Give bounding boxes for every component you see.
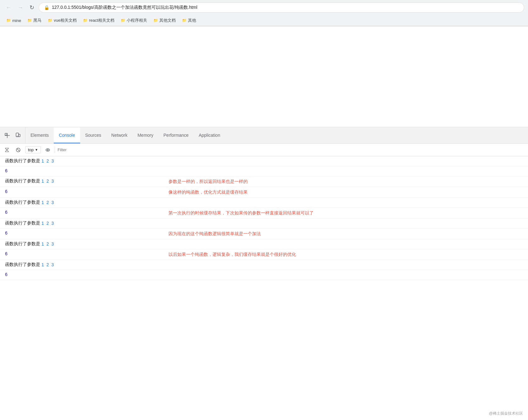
- console-param-number: 2: [47, 179, 49, 184]
- devtools-icons: [0, 127, 25, 143]
- console-number-value: 6: [5, 230, 8, 235]
- console-row-left: 函数执行了参数是 1 2 3: [5, 262, 168, 268]
- svg-point-10: [47, 149, 48, 151]
- console-row-left: 6: [5, 210, 168, 215]
- bookmark-item-其他文档[interactable]: 📁其他文档: [151, 16, 178, 25]
- console-text-segment: 函数执行了参数是: [5, 200, 40, 205]
- device-toolbar-button[interactable]: [13, 131, 23, 140]
- console-param-number: 3: [52, 158, 54, 163]
- console-row: 6因为现在的这个纯函数逻辑很简单就是一个加法: [0, 229, 528, 239]
- watermark: @稀土掘金技术社区: [489, 411, 523, 416]
- console-row: 6以后如果一个纯函数，逻辑复杂，我们缓存结果就是个很好的优化: [0, 249, 528, 260]
- address-bar[interactable]: 🔒 127.0.0.1:5501/blogs/高阶函数之一个加法函数竟然可以玩出…: [39, 3, 524, 13]
- svg-line-8: [17, 148, 20, 151]
- console-row: 6像这样的纯函数，优化方式就是缓存结果: [0, 187, 528, 198]
- folder-icon: 📁: [48, 18, 52, 23]
- forward-button[interactable]: →: [16, 3, 25, 12]
- bookmark-item-vue相关文档[interactable]: 📁vue相关文档: [45, 16, 79, 25]
- folder-icon: 📁: [27, 18, 32, 23]
- tab-console[interactable]: Console: [54, 127, 80, 143]
- console-param-number: 2: [47, 241, 49, 246]
- filter-input[interactable]: [58, 147, 525, 152]
- console-row: 6第一次执行的时候缓存结果，下次如果传的参数一样直接返回结果就可以了: [0, 208, 528, 218]
- console-param-number: 3: [52, 221, 54, 226]
- console-row-right: 第一次执行的时候缓存结果，下次如果传的参数一样直接返回结果就可以了: [168, 210, 523, 216]
- folder-icon: 📁: [83, 18, 88, 23]
- console-param-number: 1: [41, 221, 44, 226]
- console-param-number: 3: [52, 241, 54, 246]
- bookmark-item-小程序相关[interactable]: 📁小程序相关: [118, 16, 150, 25]
- console-row-right: 因为现在的这个纯函数逻辑很简单就是一个加法: [168, 230, 523, 237]
- svg-point-9: [46, 149, 50, 151]
- console-row-left: 函数执行了参数是 1 2 3: [5, 220, 168, 226]
- console-output: 函数执行了参数是 1 2 36函数执行了参数是 1 2 3参数是一样的，所以返回…: [0, 156, 528, 280]
- folder-icon: 📁: [6, 18, 11, 23]
- bookmarks-bar: 📁mine📁黑马📁vue相关文档📁react相关文档📁小程序相关📁其他文档📁其他: [0, 15, 528, 26]
- console-row-right: 像这样的纯函数，优化方式就是缓存结果: [168, 189, 523, 196]
- url-text: 127.0.0.1:5501/blogs/高阶函数之一个加法函数竟然可以玩出花/…: [52, 5, 519, 10]
- console-row-left: 函数执行了参数是 1 2 3: [5, 178, 168, 184]
- console-row-right: 参数是一样的，所以返回结果也是一样的: [168, 178, 523, 185]
- console-row: 函数执行了参数是 1 2 3: [0, 218, 528, 229]
- console-param-number: 3: [52, 262, 54, 267]
- block-content-button[interactable]: [14, 146, 23, 154]
- console-row: 6: [0, 166, 528, 176]
- nav-bar: ← → ↻ 🔒 127.0.0.1:5501/blogs/高阶函数之一个加法函数…: [0, 0, 528, 15]
- context-dropdown-label: top: [28, 147, 34, 152]
- bookmark-item-其他[interactable]: 📁其他: [179, 16, 199, 25]
- folder-icon: 📁: [153, 18, 158, 23]
- bookmark-item-react相关文档[interactable]: 📁react相关文档: [80, 16, 117, 25]
- console-row: 函数执行了参数是 1 2 3: [0, 260, 528, 270]
- svg-rect-0: [5, 133, 7, 135]
- browser-chrome: ← → ↻ 🔒 127.0.0.1:5501/blogs/高阶函数之一个加法函数…: [0, 0, 528, 26]
- clear-console-button[interactable]: [3, 146, 11, 154]
- console-row: 6: [0, 270, 528, 280]
- console-param-number: 2: [47, 221, 49, 226]
- bookmark-item-黑马[interactable]: 📁黑马: [25, 16, 44, 25]
- console-row-left: 函数执行了参数是 1 2 3: [5, 158, 168, 164]
- console-param-number: 3: [52, 200, 54, 205]
- console-toolbar: top ▼: [0, 144, 528, 156]
- console-param-number: 1: [41, 262, 44, 267]
- console-row: 函数执行了参数是 1 2 3: [0, 239, 528, 249]
- console-number-value: 6: [5, 189, 8, 194]
- tab-sources[interactable]: Sources: [80, 127, 106, 143]
- console-param-number: 2: [47, 158, 49, 163]
- context-dropdown[interactable]: top ▼: [25, 146, 41, 153]
- tab-elements[interactable]: Elements: [25, 127, 54, 143]
- console-row-left: 函数执行了参数是 1 2 3: [5, 241, 168, 247]
- console-row: 函数执行了参数是 1 2 3: [0, 198, 528, 208]
- console-number-value: 6: [5, 251, 8, 256]
- devtools-tab-bar: Elements Console Sources Network Memory …: [0, 127, 528, 144]
- devtools: Elements Console Sources Network Memory …: [0, 127, 528, 280]
- tab-memory[interactable]: Memory: [132, 127, 158, 143]
- console-param-number: 1: [41, 179, 44, 184]
- lock-icon: 🔒: [44, 5, 49, 10]
- console-row-left: 6: [5, 189, 168, 194]
- tab-network[interactable]: Network: [106, 127, 132, 143]
- console-text-segment: 函数执行了参数是: [5, 262, 40, 268]
- console-row: 函数执行了参数是 1 2 3: [0, 156, 528, 166]
- eye-button[interactable]: [43, 146, 52, 154]
- console-row-left: 6: [5, 272, 168, 277]
- tab-application[interactable]: Application: [194, 127, 225, 143]
- tab-performance[interactable]: Performance: [158, 127, 194, 143]
- console-row-left: 函数执行了参数是 1 2 3: [5, 200, 168, 205]
- console-param-number: 3: [52, 179, 54, 184]
- folder-icon: 📁: [182, 18, 187, 23]
- console-param-number: 1: [41, 200, 44, 205]
- console-row-left: 6: [5, 168, 168, 173]
- console-number-value: 6: [5, 272, 8, 277]
- inspect-element-button[interactable]: [3, 131, 12, 140]
- console-param-number: 1: [41, 158, 44, 163]
- console-row: 函数执行了参数是 1 2 3参数是一样的，所以返回结果也是一样的: [0, 176, 528, 187]
- back-button[interactable]: ←: [4, 3, 13, 12]
- console-number-value: 6: [5, 210, 8, 215]
- reload-button[interactable]: ↻: [28, 3, 36, 12]
- bookmark-item-mine[interactable]: 📁mine: [4, 17, 24, 24]
- console-row-right: 以后如果一个纯函数，逻辑复杂，我们缓存结果就是个很好的优化: [168, 251, 523, 258]
- svg-marker-6: [5, 148, 8, 152]
- console-row-left: 6: [5, 230, 168, 235]
- svg-rect-4: [19, 134, 20, 137]
- dropdown-arrow-icon: ▼: [35, 148, 38, 152]
